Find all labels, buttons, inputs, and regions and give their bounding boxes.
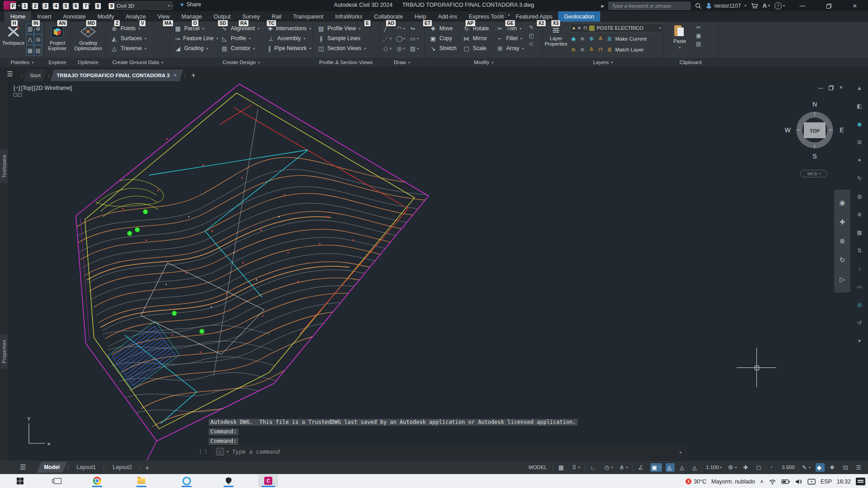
ribbon-tab[interactable]: Analyze xyxy=(120,11,151,22)
paste-button[interactable]: Paste ▾ xyxy=(670,23,690,58)
ribbon-item[interactable]: ∦ Sample Lines xyxy=(315,33,366,43)
strip-tool-icon[interactable]: ⇅ xyxy=(857,247,862,254)
panel-footer-modify[interactable]: Modify▾ xyxy=(425,58,542,67)
ribbon-collapse-control[interactable]: ▲ ▾ xyxy=(499,13,510,18)
panel-footer-palettes[interactable]: Palettes▾ xyxy=(0,58,44,67)
ribbon-item[interactable]: ◢ Grading ▾ xyxy=(172,43,218,53)
status-toggle[interactable]: ◻ xyxy=(755,463,764,472)
strip-tool-icon[interactable]: ▦ xyxy=(857,229,862,236)
status-toggle[interactable]: ✎ ▾ xyxy=(801,463,812,472)
status-toggle[interactable]: ⠿ ▾ xyxy=(571,463,582,472)
status-toggle[interactable]: ◷ ▾ xyxy=(603,463,614,472)
layer-tool-icon[interactable]: ≙ xyxy=(588,46,595,53)
command-grip-icon[interactable]: ⋮⋮ xyxy=(198,448,209,455)
clock[interactable]: 16:32 xyxy=(837,479,851,485)
battery-icon[interactable] xyxy=(781,479,790,484)
strip-tool-icon[interactable]: ◍ xyxy=(857,193,862,200)
viewport-restore-icon[interactable] xyxy=(829,85,833,90)
strip-tool-icon[interactable]: ⊕ xyxy=(857,211,862,218)
navigation-tool-icon[interactable]: ◉ xyxy=(839,199,845,207)
clipboard-tool-icon[interactable]: ✂ xyxy=(696,24,701,31)
panel-footer-create-design[interactable]: Create Design▾ xyxy=(170,58,313,67)
ribbon-item[interactable]: ⊥ Assembly ▾ xyxy=(265,33,311,43)
status-toggle[interactable]: ❖ xyxy=(828,463,838,472)
taskbar-chrome[interactable] xyxy=(87,474,107,487)
taskbar-browser-ring[interactable] xyxy=(177,474,196,487)
taskbar-file-explorer[interactable] xyxy=(131,474,151,487)
layer-tool-icon[interactable]: ⊓ xyxy=(597,46,604,53)
minimize-button[interactable]: — xyxy=(789,0,816,11)
account-button[interactable]: nestor1107 ▾ xyxy=(706,3,746,9)
strip-tool-icon[interactable]: ✦ xyxy=(857,157,862,163)
layer-tool-icon[interactable]: ≋ xyxy=(579,46,586,53)
close-button[interactable]: × xyxy=(842,0,868,11)
cast-icon[interactable] xyxy=(807,479,816,485)
palette-mini-icon[interactable]: ▦ xyxy=(26,45,34,56)
draw-tool[interactable]: ▨ ▾ xyxy=(408,43,422,53)
clipboard-tool-icon[interactable]: ▣ xyxy=(696,33,701,39)
new-drawing-button[interactable]: + xyxy=(191,71,196,80)
ribbon-tab[interactable]: Add-ins xyxy=(432,11,463,22)
compass-north[interactable]: N xyxy=(812,101,817,108)
wcs-selector[interactable]: WCS ▾ xyxy=(800,170,827,177)
ribbon-item[interactable]: ⊞ Array ▾ xyxy=(494,43,527,53)
status-toggle[interactable]: 3.500 xyxy=(779,464,797,471)
grading-optimization-button[interactable]: Grading Optimization xyxy=(72,23,104,58)
ribbon-item[interactable]: ◭ Surfaces ▾ xyxy=(108,33,146,43)
status-toggle[interactable]: ⋔ ▾ xyxy=(618,463,629,472)
panel-footer-draw[interactable]: Draw▾ xyxy=(379,58,425,67)
draw-tool[interactable]: ↬ xyxy=(408,23,422,33)
status-toggle[interactable]: ◔ xyxy=(768,463,776,472)
layer-tool-icon[interactable]: ≣ xyxy=(606,46,613,53)
strip-tool-icon[interactable]: ▲ xyxy=(857,85,862,91)
language-indicator[interactable]: ESP xyxy=(821,479,832,485)
layer-tool-icon[interactable]: ◉ xyxy=(570,36,577,42)
ribbon-item[interactable]: ⌐ Fillet ▾ xyxy=(494,33,527,43)
command-input[interactable] xyxy=(231,448,677,455)
make-current-label[interactable]: Make Current xyxy=(615,36,647,42)
draw-tool[interactable]: ◯ ▾ xyxy=(395,33,408,43)
layer-tool-icon[interactable]: ≙ xyxy=(597,36,604,42)
layout-tab[interactable]: Layout1 xyxy=(69,462,103,473)
layer-tool-icon[interactable]: ≋ xyxy=(570,46,577,53)
status-toggle[interactable]: ☰ xyxy=(854,463,864,472)
command-line-bar[interactable]: ›_ ▾ ▴ xyxy=(212,445,686,458)
ribbon-item[interactable]: ▣ Copy xyxy=(427,33,460,43)
ribbon-item[interactable]: ▢ Scale xyxy=(460,43,494,53)
status-toggle[interactable]: ∠ xyxy=(637,463,647,472)
toolspace-button[interactable]: Toolspace xyxy=(2,23,25,58)
navigation-tool-icon[interactable]: ↻ xyxy=(840,256,845,264)
modify-extra-icon[interactable]: ⊂ xyxy=(529,41,534,47)
draw-tool[interactable]: ◠ ▾ xyxy=(395,23,408,33)
strip-tool-icon[interactable]: ↺ xyxy=(857,320,862,326)
ribbon-tab[interactable]: Geolocation xyxy=(558,11,600,22)
ribbon-tab[interactable]: InfraWorks xyxy=(329,11,368,22)
ribbon-tab[interactable]: Transparent xyxy=(287,11,329,22)
command-recent-caret-icon[interactable]: ▾ xyxy=(227,450,229,454)
ribbon-item[interactable]: ◫ Section Views ▾ xyxy=(315,43,366,53)
help-button[interactable]: ?▾ xyxy=(775,2,785,9)
layout-menu-icon[interactable]: ☰ xyxy=(20,463,26,471)
status-toggle[interactable]: ◆ xyxy=(816,463,825,472)
status-toggle[interactable] xyxy=(553,464,553,471)
status-toggle[interactable]: ⊡ xyxy=(841,463,851,472)
panel-footer-layers[interactable]: Layers▾ xyxy=(543,58,663,67)
viewport-visual-style-control[interactable]: [2D Wireframe] xyxy=(34,85,72,91)
compass-west[interactable]: W xyxy=(784,126,791,134)
windows-start-button[interactable] xyxy=(10,474,30,487)
command-prompt-icon[interactable]: ›_ xyxy=(216,448,224,455)
layer-tool-icon[interactable]: ✻ xyxy=(588,36,595,42)
navigation-bar[interactable]: ◉✚⊕↻▷ xyxy=(834,190,850,293)
ribbon-item[interactable]: ▨ Profile View ▾ xyxy=(315,23,366,33)
status-toggle[interactable]: MODEL xyxy=(526,464,549,471)
strip-tool-icon[interactable]: ↕ xyxy=(858,265,861,272)
panel-footer-create-ground-data[interactable]: Create Ground Data▾ xyxy=(106,58,169,67)
start-tab[interactable]: Start xyxy=(23,70,47,81)
layer-properties-button[interactable]: ≣ Layer Properties xyxy=(545,23,567,58)
view-compass[interactable]: TOP N S W E xyxy=(783,98,846,162)
restore-button[interactable] xyxy=(816,0,842,11)
layout-tab[interactable]: Model xyxy=(37,462,67,473)
wifi-icon[interactable] xyxy=(769,479,776,485)
status-toggle[interactable] xyxy=(633,464,633,471)
speaker-icon[interactable] xyxy=(795,479,803,485)
